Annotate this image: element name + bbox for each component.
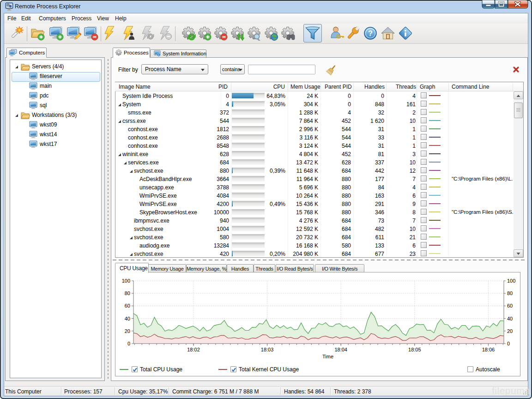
svg-text:18:06: 18:06	[482, 347, 495, 352]
svg-text:0: 0	[127, 341, 130, 346]
svg-text:40: 40	[125, 316, 130, 321]
svg-text:60: 60	[125, 303, 130, 308]
svg-text:100: 100	[122, 278, 130, 284]
svg-text:80: 80	[507, 290, 513, 296]
svg-text:0: 0	[507, 341, 510, 346]
svg-text:100: 100	[507, 278, 515, 284]
svg-text:80: 80	[125, 290, 130, 296]
svg-text:18:02: 18:02	[187, 347, 200, 352]
svg-text:18:05: 18:05	[408, 347, 421, 352]
svg-text:60: 60	[507, 303, 513, 308]
svg-text:40: 40	[507, 316, 513, 321]
svg-text:18:04: 18:04	[334, 347, 347, 352]
svg-text:20: 20	[125, 328, 130, 334]
svg-text:20: 20	[507, 328, 513, 334]
svg-text:Time: Time	[322, 354, 333, 359]
svg-text:?: ?	[368, 30, 373, 37]
svg-text:18:03: 18:03	[261, 347, 274, 352]
